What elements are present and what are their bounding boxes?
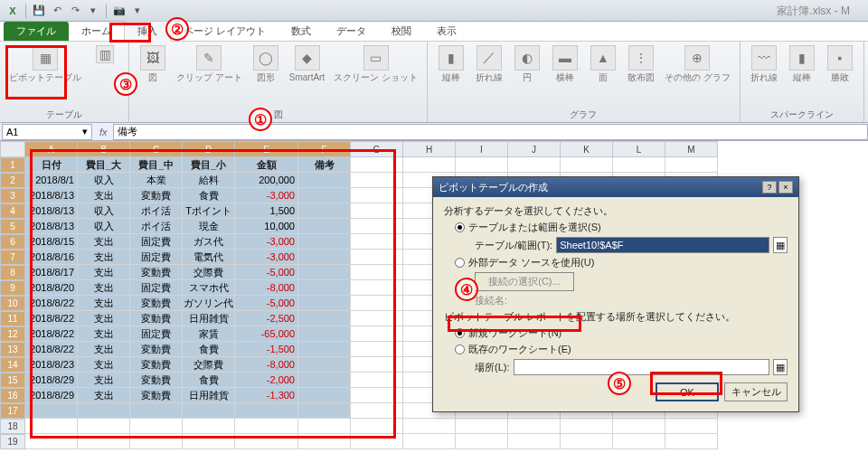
table-cell[interactable]: 2018/8/16 (25, 250, 78, 265)
col-header-C[interactable]: C (130, 141, 183, 157)
table-cell[interactable] (298, 403, 351, 419)
col-header-I[interactable]: I (456, 141, 508, 157)
empty-cell[interactable] (78, 434, 130, 449)
empty-cell[interactable] (351, 250, 403, 265)
table-cell[interactable]: ポイ活 (130, 219, 183, 234)
table-cell[interactable] (298, 234, 351, 250)
empty-cell[interactable] (351, 173, 403, 188)
row-header[interactable]: 3 (0, 188, 25, 203)
shapes-button[interactable]: ◯図形 (248, 43, 284, 84)
pivot-table-button[interactable]: ▦ピボットテーブル (5, 43, 85, 84)
table-cell[interactable]: -2,000 (235, 373, 298, 388)
table-cell[interactable] (130, 403, 183, 419)
row-header[interactable]: 16 (0, 388, 25, 403)
empty-cell[interactable] (298, 419, 351, 434)
row-header[interactable]: 8 (0, 265, 25, 280)
table-cell[interactable]: 支出 (78, 265, 130, 280)
empty-cell[interactable] (508, 419, 561, 434)
empty-cell[interactable] (351, 326, 403, 342)
location-picker-icon[interactable]: ▦ (773, 359, 788, 375)
table-cell[interactable]: 家賃 (183, 326, 235, 342)
table-cell[interactable]: 収入 (78, 203, 130, 219)
empty-cell[interactable] (298, 434, 351, 449)
table-cell[interactable]: -2,500 (235, 311, 298, 326)
table-cell[interactable]: 電気代 (183, 250, 235, 265)
col-header-B[interactable]: B (78, 141, 130, 157)
empty-cell[interactable] (561, 434, 613, 449)
row-header[interactable]: 14 (0, 357, 25, 373)
table-cell[interactable] (183, 403, 235, 419)
picture-button[interactable]: 🖼図 (135, 43, 171, 84)
row-header[interactable]: 5 (0, 219, 25, 234)
table-cell[interactable]: -3,000 (235, 234, 298, 250)
formula-bar[interactable]: 備考 (113, 124, 868, 140)
table-cell[interactable]: 食費 (183, 373, 235, 388)
tab-formulas[interactable]: 数式 (278, 22, 324, 41)
row-header[interactable]: 4 (0, 203, 25, 219)
empty-cell[interactable] (351, 357, 403, 373)
empty-cell[interactable] (613, 157, 665, 173)
table-cell[interactable]: -1,500 (235, 342, 298, 357)
chevron-down-icon[interactable]: ▾ (82, 126, 88, 137)
table-cell[interactable] (298, 219, 351, 234)
empty-cell[interactable] (351, 434, 403, 449)
table-cell[interactable] (235, 403, 298, 419)
tab-home[interactable]: ホーム (69, 22, 124, 41)
empty-cell[interactable] (351, 342, 403, 357)
table-cell[interactable]: 支出 (78, 342, 130, 357)
row-header[interactable]: 10 (0, 296, 25, 311)
table-cell[interactable]: 2018/8/13 (25, 188, 78, 203)
table-cell[interactable]: -5,000 (235, 296, 298, 311)
empty-cell[interactable] (25, 434, 78, 449)
spark-line-button[interactable]: 〰折れ線 (746, 43, 782, 84)
table-cell[interactable]: 固定費 (130, 250, 183, 265)
qat-more-icon[interactable]: ▾ (84, 2, 102, 20)
table-cell[interactable]: 2018/8/23 (25, 357, 78, 373)
table-cell[interactable] (298, 265, 351, 280)
table-cell[interactable]: 支出 (78, 326, 130, 342)
tab-review[interactable]: 校閲 (379, 22, 424, 41)
table-cell[interactable] (298, 342, 351, 357)
bar-chart-button[interactable]: ▬横棒 (547, 43, 583, 84)
table-cell[interactable]: 支出 (78, 373, 130, 388)
table-cell[interactable]: -5,000 (235, 265, 298, 280)
table-cell[interactable]: 2018/8/15 (25, 234, 78, 250)
empty-cell[interactable] (130, 419, 183, 434)
table-cell[interactable]: ガソリン代 (183, 296, 235, 311)
row-header[interactable]: 11 (0, 311, 25, 326)
dialog-titlebar[interactable]: ピボットテーブルの作成 ?× (433, 177, 798, 197)
radio-external[interactable] (455, 258, 465, 268)
table-cell[interactable]: 交際費 (183, 265, 235, 280)
screenshot-button[interactable]: ▭スクリーン ショット (330, 43, 421, 84)
table-cell[interactable]: 食費 (183, 342, 235, 357)
table-cell[interactable]: 支出 (78, 311, 130, 326)
empty-cell[interactable] (456, 157, 508, 173)
table-cell[interactable] (298, 296, 351, 311)
table-cell[interactable]: 支出 (78, 234, 130, 250)
col-header-D[interactable]: D (183, 141, 235, 157)
empty-cell[interactable] (351, 280, 403, 296)
table-cell[interactable] (78, 403, 130, 419)
help-icon[interactable]: ? (762, 181, 777, 193)
table-cell[interactable]: 変動費 (130, 388, 183, 403)
empty-cell[interactable] (508, 434, 561, 449)
cancel-button[interactable]: キャンセル (724, 382, 788, 401)
radio-existing-sheet[interactable] (455, 344, 465, 354)
table-cell[interactable]: ガス代 (183, 234, 235, 250)
col-header-L[interactable]: L (613, 141, 665, 157)
table-cell[interactable]: スマホ代 (183, 280, 235, 296)
empty-cell[interactable] (665, 434, 718, 449)
table-cell[interactable]: ポイ活 (130, 203, 183, 219)
col-header-A[interactable]: A (25, 141, 78, 157)
row-header[interactable]: 7 (0, 250, 25, 265)
select-all-corner[interactable] (0, 141, 25, 157)
table-cell[interactable] (298, 188, 351, 203)
table-cell[interactable] (298, 280, 351, 296)
table-cell[interactable]: 支出 (78, 250, 130, 265)
empty-cell[interactable] (351, 219, 403, 234)
table-cell[interactable]: 2018/8/29 (25, 373, 78, 388)
range-picker-icon[interactable]: ▦ (773, 237, 788, 253)
table-cell[interactable]: 食費 (183, 188, 235, 203)
table-cell[interactable]: 交際費 (183, 357, 235, 373)
table-cell[interactable] (25, 403, 78, 419)
